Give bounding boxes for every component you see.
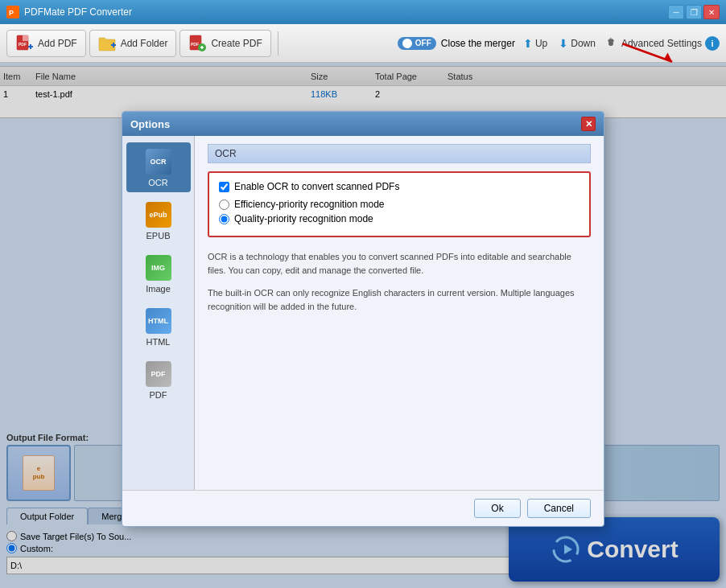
cancel-button[interactable]: Cancel <box>527 499 591 518</box>
down-arrow-icon: ⬇ <box>559 37 568 50</box>
toggle-merger-button[interactable]: OFF <box>398 37 436 50</box>
image-label: Image <box>146 284 171 294</box>
options-dialog: Options ✕ OCR OCR ePub EPUB <box>122 111 604 527</box>
toolbar-right: OFF Close the merger ⬆ Up ⬇ Down Advance… <box>398 35 720 51</box>
add-folder-button[interactable]: Add Folder <box>89 30 177 57</box>
toggle-label: OFF <box>415 39 431 47</box>
image-icon: IMG <box>144 253 173 282</box>
info-icon: i <box>705 36 720 51</box>
ocr-options-box: Enable OCR to convert scanned PDFs Effic… <box>208 171 591 237</box>
advanced-settings-button[interactable]: Advanced Settings i <box>604 36 720 51</box>
enable-ocr-label: Enable OCR to convert scanned PDFs <box>234 181 399 192</box>
app-icon: P <box>6 6 19 19</box>
modal-title: Options <box>130 118 170 130</box>
svg-rect-3 <box>23 35 28 41</box>
modal-body: OCR OCR ePub EPUB IMG Image <box>122 136 604 490</box>
up-arrow-icon: ⬆ <box>523 37 533 50</box>
settings-gear-icon <box>604 36 618 51</box>
toolbar: PDF Add PDF Add Folder PDF <box>0 24 726 63</box>
add-pdf-button[interactable]: PDF Add PDF <box>6 30 86 57</box>
window-controls: ─ ❐ ✕ <box>668 5 720 19</box>
sidebar-item-html[interactable]: HTML HTML <box>126 302 191 352</box>
down-label: Down <box>571 38 596 49</box>
ok-button[interactable]: Ok <box>474 499 520 518</box>
modal-sidebar: OCR OCR ePub EPUB IMG Image <box>122 136 195 490</box>
ocr-icon: OCR <box>144 147 173 176</box>
modal-content: OCR Enable OCR to convert scanned PDFs E… <box>195 136 604 490</box>
create-pdf-icon: PDF <box>188 35 206 52</box>
sidebar-item-ocr[interactable]: OCR OCR <box>126 142 191 192</box>
close-merger-label: Close the merger <box>441 38 515 49</box>
advanced-settings-label: Advanced Settings <box>621 38 702 49</box>
modal-footer: Ok Cancel <box>122 490 604 526</box>
create-pdf-label: Create PDF <box>211 38 262 49</box>
modal-title-bar: Options ✕ <box>122 112 604 136</box>
title-bar: P PDFMate PDF Converter ─ ❐ ✕ <box>0 0 726 24</box>
svg-text:PDF: PDF <box>19 42 27 47</box>
app-title: PDFMate PDF Converter <box>24 6 132 18</box>
close-button[interactable]: ✕ <box>703 5 720 19</box>
sidebar-item-pdf[interactable]: PDF PDF <box>126 355 191 405</box>
up-button[interactable]: ⬆ Up <box>520 35 551 51</box>
sidebar-item-epub[interactable]: ePub EPUB <box>126 195 191 245</box>
epub-icon: ePub <box>144 200 173 229</box>
pdf-label: PDF <box>150 390 167 400</box>
enable-ocr-checkbox[interactable] <box>219 182 229 192</box>
quality-label: Quality-priority recognition mode <box>234 213 373 224</box>
create-pdf-button[interactable]: PDF Create PDF <box>179 30 270 57</box>
add-folder-label: Add Folder <box>121 38 168 49</box>
pdf-icon: PDF <box>144 360 173 389</box>
html-icon: HTML <box>144 306 173 335</box>
html-label: HTML <box>146 337 171 347</box>
ocr-label: OCR <box>148 178 167 187</box>
down-button[interactable]: ⬇ Down <box>555 35 599 51</box>
enable-ocr-row[interactable]: Enable OCR to convert scanned PDFs <box>219 181 580 192</box>
add-pdf-icon: PDF <box>15 35 33 52</box>
title-bar-left: P PDFMate PDF Converter <box>6 6 132 19</box>
svg-text:P: P <box>9 9 14 17</box>
epub-label: EPUB <box>146 231 171 241</box>
efficiency-radio[interactable] <box>219 199 229 210</box>
efficiency-label: Efficiency-priority recognition mode <box>234 199 385 210</box>
restore-button[interactable]: ❐ <box>686 5 702 19</box>
svg-text:PDF: PDF <box>191 42 199 47</box>
add-pdf-label: Add PDF <box>38 38 77 49</box>
toggle-dot <box>402 39 412 48</box>
minimize-button[interactable]: ─ <box>668 5 684 19</box>
ocr-description: OCR is a technology that enables you to … <box>208 250 591 277</box>
toolbar-separator <box>278 31 278 56</box>
modal-overlay: Options ✕ OCR OCR ePub EPUB <box>0 63 726 588</box>
sidebar-item-image[interactable]: IMG Image <box>126 249 191 298</box>
modal-close-button[interactable]: ✕ <box>581 117 596 131</box>
quality-radio[interactable] <box>219 214 229 224</box>
section-title: OCR <box>208 144 591 163</box>
efficiency-mode-option[interactable]: Efficiency-priority recognition mode <box>219 199 580 210</box>
up-label: Up <box>535 38 547 49</box>
ocr-note: The built-in OCR can only recognize Engl… <box>208 286 591 313</box>
add-folder-icon <box>98 35 116 52</box>
quality-mode-option[interactable]: Quality-priority recognition mode <box>219 213 580 224</box>
